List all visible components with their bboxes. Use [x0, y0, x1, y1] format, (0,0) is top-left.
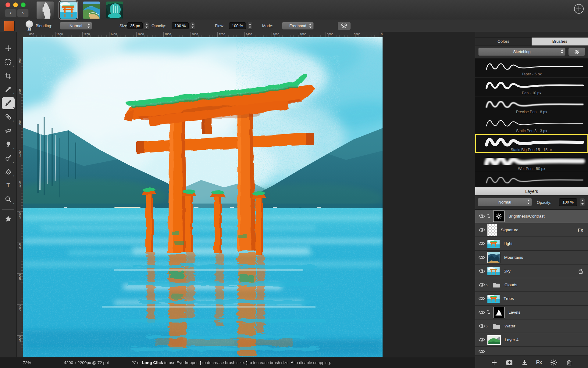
minimize-window-button[interactable] — [13, 2, 18, 7]
layer-thumbnail[interactable] — [487, 335, 501, 345]
stabilizer-button[interactable] — [338, 22, 351, 30]
fx-badge[interactable]: Fx — [578, 227, 583, 233]
layer-row-layer-4[interactable]: Layer 4 — [475, 333, 588, 347]
flow-input[interactable]: 100 % — [229, 22, 246, 29]
add-layer-button[interactable] — [491, 359, 497, 366]
layer-thumbnail[interactable] — [492, 323, 501, 329]
layer-visibility-toggle[interactable] — [478, 310, 486, 315]
brush-item-static-pen-3-3-px[interactable]: Static Pen 3 - 3 px — [475, 115, 588, 134]
blending-dropdown[interactable]: Normal — [60, 22, 92, 30]
layer-row-signature[interactable]: SignatureFx — [475, 223, 588, 237]
tool-paint-brush[interactable]: › — [2, 97, 15, 109]
layer-visibility-toggle[interactable] — [478, 269, 486, 273]
zoom-window-button[interactable] — [21, 2, 26, 7]
tool-text[interactable]: T — [2, 179, 15, 192]
layer-blend-mode-dropdown[interactable]: Normal — [478, 198, 532, 206]
layer-visibility-toggle[interactable] — [478, 214, 486, 218]
layer-opacity-stepper[interactable] — [580, 198, 585, 206]
size-stepper[interactable] — [144, 22, 149, 30]
brush-category-dropdown[interactable]: Sketching — [478, 48, 565, 56]
mode-dropdown[interactable]: Freehand — [282, 22, 314, 30]
layer-row-mountains[interactable]: Mountains — [475, 251, 588, 265]
opacity-stepper[interactable] — [190, 22, 195, 30]
shortcut-hints: or Long Click to use Eyedropper. [ to de… — [132, 357, 331, 368]
layer-visibility-toggle[interactable] — [478, 324, 486, 328]
layer-visibility-toggle[interactable] — [478, 349, 486, 354]
layer-visibility-toggle[interactable] — [478, 283, 486, 287]
adjustment-button[interactable] — [550, 359, 558, 366]
document-thumbnail-torii[interactable] — [60, 2, 77, 19]
size-input[interactable]: 35 px — [127, 22, 143, 29]
brush-tip-preview[interactable] — [26, 20, 33, 28]
layer-row-partial[interactable] — [475, 347, 588, 355]
layer-visibility-toggle[interactable] — [478, 228, 486, 232]
layer-thumbnail[interactable] — [487, 240, 500, 248]
layer-row-light[interactable]: Light — [475, 237, 588, 251]
vertical-ruler[interactable]: 4006008001000120014001600180020002200 — [17, 37, 23, 357]
layer-fx-button[interactable]: Fx — [536, 359, 542, 366]
dropdown-caret-icon — [561, 49, 563, 54]
brush-item-precise-pen-8-px[interactable]: Precise Pen - 8 px — [475, 96, 588, 115]
layer-thumbnail[interactable] — [487, 224, 497, 236]
hint-text: or — [137, 360, 142, 365]
brush-settings-button[interactable] — [568, 48, 585, 56]
layer-row-levels[interactable]: Levels — [475, 306, 588, 319]
brush-item[interactable] — [475, 172, 588, 187]
tool-favorites[interactable] — [2, 213, 15, 225]
tool-dodge[interactable]: › — [2, 152, 15, 164]
merge-down-button[interactable] — [521, 359, 528, 366]
tool-color-picker[interactable]: › — [2, 83, 15, 96]
add-group-button[interactable] — [506, 359, 513, 366]
brush-item-wet-pen-50-px[interactable]: Wet Pen - 50 px — [475, 153, 588, 172]
layer-visibility-toggle[interactable] — [478, 337, 486, 342]
tool-marquee[interactable]: › — [2, 56, 15, 68]
brush-stroke-preview — [483, 97, 586, 111]
tool-crop[interactable] — [2, 70, 15, 82]
document-thumbnail-cave[interactable] — [106, 2, 123, 19]
tool-smudge[interactable]: › — [2, 138, 15, 150]
close-window-button[interactable] — [5, 2, 10, 7]
layer-visibility-toggle[interactable] — [478, 296, 486, 301]
forward-button[interactable]: › — [17, 9, 29, 17]
layer-row-trees[interactable]: Trees — [475, 292, 588, 306]
brush-item-static-big-pen-15-15-px[interactable]: Static Big Pen 15 - 15 px — [475, 134, 588, 153]
layer-row-brightness-contrast[interactable]: Brightness/Contrast — [475, 210, 588, 223]
layer-thumbnail[interactable] — [493, 307, 504, 318]
tab-brushes[interactable]: Brushes — [532, 38, 588, 45]
new-document-button[interactable] — [572, 3, 583, 15]
tool-zoom[interactable]: › — [2, 193, 15, 205]
tool-flood-fill[interactable]: › — [2, 166, 15, 178]
tab-colors[interactable]: Colors — [475, 38, 532, 45]
flow-stepper[interactable] — [247, 22, 252, 30]
layer-row-clouds[interactable]: ›Clouds — [475, 278, 588, 292]
opacity-input[interactable]: 100 % — [172, 22, 189, 29]
canvas-viewport[interactable] — [23, 37, 383, 357]
layer-row-sky[interactable]: Sky — [475, 265, 588, 278]
back-button[interactable]: ‹ — [5, 9, 16, 17]
layer-thumbnail[interactable] — [487, 252, 500, 263]
horizontal-ruler[interactable]: 8001000120014001600180020002200240026002… — [23, 32, 383, 38]
layer-thumbnail[interactable] — [493, 211, 504, 222]
active-color-swatch[interactable] — [4, 21, 15, 31]
layer-visibility-toggle[interactable] — [478, 241, 486, 246]
tool-move[interactable] — [2, 42, 15, 54]
layer-row-water[interactable]: ›Water — [475, 319, 588, 333]
layer-opacity-input[interactable]: 100 % — [559, 198, 577, 206]
ruler-tick-label: 3200 — [354, 32, 360, 36]
layer-thumbnail[interactable] — [492, 282, 501, 288]
ruler-origin-corner[interactable] — [17, 32, 23, 38]
layer-thumbnail[interactable] — [487, 295, 500, 303]
brush-item-taper-5-px[interactable]: Taper - 5 px — [475, 59, 588, 78]
brush-item-pen-10-px[interactable]: Pen - 10 px — [475, 78, 588, 96]
layer-visibility-toggle[interactable] — [478, 255, 486, 260]
brush-name: Pen - 10 px — [475, 91, 588, 95]
tool-healing[interactable]: › — [2, 111, 15, 123]
document-thumbnail-figure[interactable] — [37, 2, 54, 19]
delete-layer-button[interactable] — [566, 359, 572, 366]
document-thumbnail-coast[interactable] — [83, 2, 100, 19]
expand-chevron-icon[interactable]: › — [486, 324, 491, 328]
layer-thumbnail[interactable] — [487, 267, 500, 275]
tool-eraser[interactable] — [2, 124, 15, 137]
expand-chevron-icon[interactable]: › — [486, 283, 491, 287]
flyout-indicator-icon: › — [12, 92, 15, 95]
